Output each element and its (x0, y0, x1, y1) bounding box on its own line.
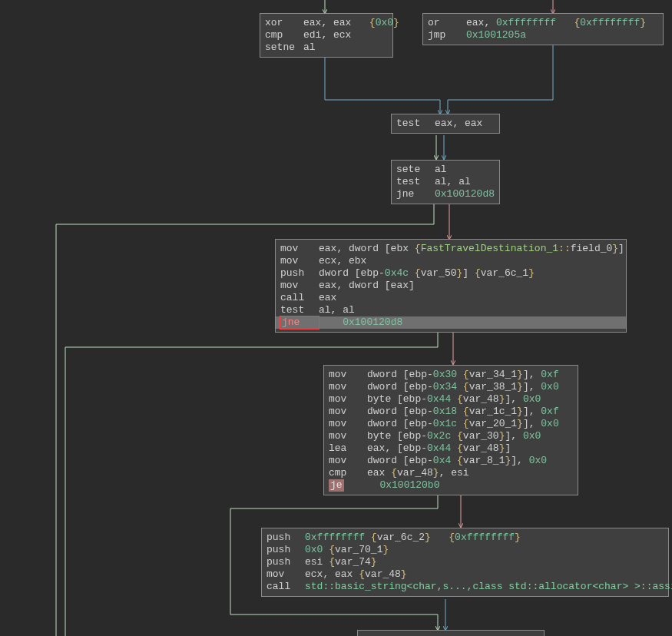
instruction-row[interactable]: movdword [ebp-0x18 {var_1c_1}], 0xf (329, 406, 573, 418)
instruction-row[interactable]: jne0x100120d8 (396, 188, 495, 200)
operand-reg: ebx (349, 255, 366, 267)
operand-reg: eax (303, 17, 321, 28)
instruction-row[interactable]: movecx, ebx (280, 255, 621, 267)
operand-reg: ecx (319, 255, 336, 267)
operand-sep: ], (505, 430, 522, 442)
operand-num: 0x2c (427, 430, 451, 442)
operand-num: 0x0 (523, 393, 541, 405)
basic-block[interactable]: setealtestal, aljne0x100120d8 (391, 160, 500, 204)
instruction-row[interactable]: testeax, eax (396, 118, 495, 130)
instruction-row[interactable]: seteal (396, 164, 495, 176)
instruction-row[interactable]: pushesi {var_74} (266, 556, 664, 568)
mnemonic: jne (396, 188, 435, 200)
operand-num: 0x0 (523, 430, 541, 442)
instruction-row[interactable]: cmpedi, ecx (265, 29, 388, 41)
operand-type: FastTravelDestination_1 (421, 243, 558, 254)
operand-reg: al (319, 304, 331, 316)
mnemonic: mov (280, 243, 319, 255)
mnemonic: test (396, 176, 435, 188)
operand-reg: esi (305, 556, 323, 568)
operand-num: 0xffffffff (496, 17, 556, 28)
mnemonic: push (266, 544, 305, 556)
basic-block-partial[interactable] (357, 630, 545, 636)
instruction-row[interactable]: testal, al (396, 176, 495, 188)
basic-block[interactable]: moveax, dword [ebx {FastTravelDestinatio… (275, 239, 627, 333)
instruction-row[interactable]: je 0x100120b0 (329, 479, 573, 492)
instruction-row[interactable]: movbyte [ebp-0x44 {var_48}], 0x0 (329, 393, 573, 406)
operand-sep: dword [ebp- (367, 418, 433, 429)
operand-brace: { (449, 532, 455, 543)
instruction-row[interactable]: oreax, 0xffffffff {0xffffffff} (428, 17, 658, 29)
instruction-row[interactable]: cmpeax {var_48}, esi (329, 467, 573, 479)
operand-sep: , (321, 17, 333, 28)
instruction-row[interactable]: moveax, dword [eax] (280, 280, 621, 292)
basic-block[interactable]: movdword [ebp-0x30 {var_34_1}], 0xfmovdw… (323, 365, 578, 495)
instruction-row[interactable]: pushdword [ebp-0x4c {var_50}] {var_6c_1} (280, 267, 621, 280)
operand-brace: { (329, 544, 335, 555)
instruction-row[interactable]: calleax (280, 292, 621, 304)
operand-call-name: std::basic_string<char,s...,class std::a… (305, 581, 672, 592)
basic-block[interactable]: testeax, eax (391, 114, 500, 134)
mnemonic: jne (280, 316, 319, 329)
mnemonic: mov (329, 430, 367, 442)
operand-brace: { (369, 17, 376, 28)
edge (325, 57, 440, 114)
instruction-row[interactable]: movbyte [ebp-0x2c {var_30}], 0x0 (329, 430, 573, 442)
instruction-row[interactable]: leaeax, [ebp-0x44 {var_48}] (329, 442, 573, 455)
operand-var: var_48 (397, 467, 433, 479)
operand-sep: ], (523, 369, 541, 380)
instruction-row[interactable]: jmp0x1001205a (428, 29, 658, 41)
operand-sep: dword [ebp- (367, 455, 433, 466)
operand-sep (556, 17, 574, 28)
operand-var: var_48 (365, 568, 401, 580)
instruction-row[interactable]: setneal (265, 41, 388, 54)
operand-reg: eax (319, 292, 336, 303)
operand-reg: eax (319, 243, 336, 254)
operand-brace: :: (558, 243, 571, 254)
operand-num: 0x4 (433, 455, 451, 466)
operand-brace: { (457, 442, 463, 454)
instruction-row[interactable]: movdword [ebp-0x1c {var_20_1}], 0x0 (329, 418, 573, 430)
instruction-row[interactable]: movdword [ebp-0x30 {var_34_1}], 0xf (329, 369, 573, 381)
operand-sep: ] (462, 267, 475, 279)
operand-brace: } (371, 556, 377, 568)
operand-brace: } (528, 267, 535, 279)
instruction-row[interactable]: testal, al (280, 304, 621, 316)
operand-brace: { (463, 418, 469, 429)
operand-brace: } (401, 568, 407, 580)
operand-brace: } (517, 418, 523, 429)
operand-sep (351, 17, 369, 28)
instruction-row[interactable]: push0x0 {var_70_1} (266, 544, 664, 556)
operand-reg: edi (303, 29, 321, 41)
operand-num: 0x30 (433, 369, 457, 380)
mnemonic: test (396, 118, 435, 130)
operand-reg: ecx (305, 568, 323, 580)
operand-sep (409, 267, 415, 279)
instruction-row[interactable]: push0xffffffff {var_6c_2} {0xffffffff} (266, 532, 664, 544)
operand-sep (457, 406, 463, 417)
operand-num: 0x0 (529, 455, 547, 466)
operand-sep: dword [ebp- (367, 406, 433, 417)
instruction-row[interactable]: xoreax, eax {0x0} (265, 17, 388, 29)
operand-var: var_74 (335, 556, 371, 568)
instruction-row[interactable]: movdword [ebp-0x4 {var_8_1}], 0x0 (329, 455, 573, 467)
operand-num: 0x0 (541, 418, 558, 429)
instruction-row[interactable]: movecx, eax {var_48} (266, 568, 664, 581)
instruction-row[interactable]: jne 0x100120d8 (276, 316, 626, 329)
operand-num: 0x0 (376, 17, 393, 28)
basic-block[interactable]: oreax, 0xffffffff {0xffffffff}jmp0x10012… (422, 13, 664, 45)
basic-block[interactable]: xoreax, eax {0x0}cmpedi, ecxsetneal (260, 13, 393, 58)
operand-sep (365, 532, 371, 543)
mnemonic: mov (329, 393, 367, 406)
basic-block[interactable]: push0xffffffff {var_6c_2} {0xffffffff}pu… (261, 528, 669, 597)
instruction-row[interactable]: moveax, dword [ebx {FastTravelDestinatio… (280, 243, 621, 255)
operand-reg: eax (435, 118, 452, 129)
operand-sep (457, 381, 463, 393)
operand-reg: eax (465, 118, 482, 129)
operand-sep: ], (523, 406, 541, 417)
operand-sep: , (336, 255, 349, 267)
instruction-row[interactable]: movdword [ebp-0x34 {var_38_1}], 0x0 (329, 381, 573, 393)
instruction-row[interactable]: callstd::basic_string<char,s...,class st… (266, 581, 664, 593)
operand-reg: al (458, 176, 471, 187)
mnemonic: mov (280, 255, 319, 267)
